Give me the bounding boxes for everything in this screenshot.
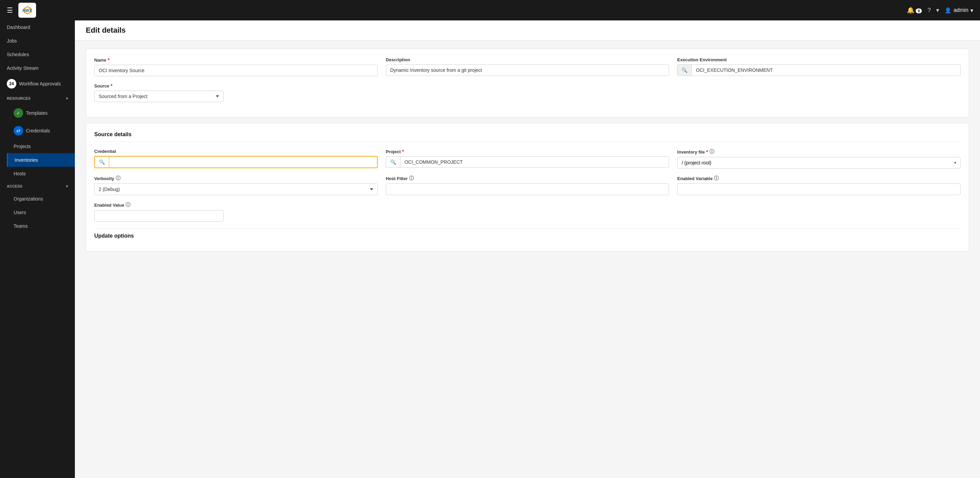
credential-input[interactable] [109,157,377,167]
execution-env-label: Execution Environment [677,57,961,62]
user-avatar-icon: 👤 [945,7,951,14]
execution-env-input[interactable] [692,65,960,76]
form-row-2: Source * Sourced from a Project Amazon E… [94,83,961,102]
sidebar-item-inventories[interactable]: Inventories [7,153,75,167]
workflow-approvals-badge: 24 [7,79,16,89]
verbosity-select[interactable]: 0 (Normal) 1 (Verbose) 2 (Debug) 3 (Debu… [94,183,378,195]
sidebar-item-activity-stream[interactable]: Activity Stream [0,61,75,75]
sidebar-item-projects[interactable]: Projects [7,140,75,153]
credential-label: Credential [94,149,378,154]
inventory-file-help-icon[interactable]: ⓘ [710,149,714,155]
filler-group-2 [600,83,961,102]
name-field-group: Name * [94,57,378,76]
notification-button[interactable]: 🔔 0 [907,6,922,14]
access-chevron-icon: ▾ [66,184,68,189]
project-field-group: Project * 🔍 OCI_COMMON_PROJECT [386,149,669,169]
inventory-file-chevron-icon: ▾ [950,158,960,168]
verbosity-select-wrapper: 0 (Normal) 1 (Verbose) 2 (Debug) 3 (Debu… [94,183,378,195]
sidebar-item-workflow-approvals[interactable]: 24 Workflow Approvals [0,75,75,92]
enabled-value-input[interactable] [94,210,224,221]
update-options-divider: Update options [94,228,961,243]
sidebar-item-dashboard[interactable]: Dashboard [0,21,75,34]
sidebar: Dashboard Jobs Schedules Activity Stream… [0,21,75,478]
sidebar-item-organizations[interactable]: Organizations [7,192,75,206]
enabled-variable-help-icon[interactable]: ⓘ [714,175,719,182]
sidebar-item-jobs[interactable]: Jobs [0,34,75,48]
enabled-variable-input[interactable] [677,183,961,195]
page-title: Edit details [86,26,969,35]
filler-group-4 [600,202,961,221]
basic-details-section: Name * Description Execution Environment [86,49,969,118]
update-options-title: Update options [94,233,961,243]
host-filter-input[interactable] [386,183,669,195]
verbosity-field-group: Verbosity ⓘ 0 (Normal) 1 (Verbose) 2 (De… [94,175,378,195]
source-details-title: Source details [94,131,961,142]
credential-search-button[interactable]: 🔍 [95,157,109,167]
source-details-row-2: Verbosity ⓘ 0 (Normal) 1 (Verbose) 2 (De… [94,175,961,195]
project-required-star: * [402,149,404,154]
top-navigation: ☰ ⬡ AWX 🔔 0 ? ▾ 👤 admin ▾ [0,0,980,21]
credential-field-group: Credential 🔍 [94,149,378,169]
hamburger-menu[interactable]: ☰ [7,6,13,14]
sidebar-resources-sub: ✓ Templates ⇄ Credentials Projects Inven… [0,104,75,180]
credential-input-wrapper: 🔍 [94,156,378,168]
templates-check-icon: ✓ [14,108,23,118]
inventory-file-select-wrapper: / (project root) ▾ [677,157,961,169]
verbosity-label: Verbosity ⓘ [94,175,378,182]
sidebar-item-hosts[interactable]: Hosts [7,167,75,180]
resources-chevron-icon: ▾ [66,96,68,101]
verbosity-help-icon[interactable]: ⓘ [116,175,121,182]
notification-badge: 0 [916,8,922,13]
sidebar-section-access[interactable]: Access ▾ [0,180,75,192]
app-logo[interactable]: ⬡ AWX [18,3,36,18]
host-filter-help-icon[interactable]: ⓘ [409,175,414,182]
access-section-label: Access [7,184,66,188]
source-details-section: Source details Credential 🔍 Project [86,123,969,252]
sidebar-item-schedules[interactable]: Schedules [0,48,75,61]
page-header: Edit details [75,21,980,40]
inventory-file-required-star: * [706,149,708,155]
execution-env-field-group: Execution Environment 🔍 [677,57,961,76]
description-input[interactable] [386,64,669,76]
sidebar-access-sub: Organizations Users Teams [0,192,75,233]
description-label: Description [386,57,669,62]
name-label: Name * [94,57,378,63]
inventory-file-field-group: Inventory file * ⓘ / (project root) ▾ [677,149,961,169]
help-icon[interactable]: ? [927,7,931,14]
help-dropdown-icon[interactable]: ▾ [936,6,939,14]
source-label: Source * [94,83,224,89]
resources-section-label: Resources [7,96,66,100]
host-filter-field-group: Host Filter ⓘ [386,175,669,195]
credentials-swap-icon: ⇄ [14,126,23,135]
name-input[interactable] [94,65,378,76]
topnav-right: 🔔 0 ? ▾ 👤 admin ▾ [907,6,973,14]
source-required-star: * [111,83,112,89]
enabled-variable-label: Enabled Variable ⓘ [677,175,961,182]
source-select-wrapper: Sourced from a Project Amazon EC2 Google… [94,91,224,102]
execution-env-search-button[interactable]: 🔍 [678,65,692,76]
source-select[interactable]: Sourced from a Project Amazon EC2 Google… [94,91,224,102]
project-search-button[interactable]: 🔍 [386,157,401,167]
sidebar-item-credentials[interactable]: ⇄ Credentials [7,122,75,140]
user-menu[interactable]: 👤 admin ▾ [945,7,973,14]
sidebar-item-users[interactable]: Users [7,206,75,219]
enabled-value-help-icon[interactable]: ⓘ [126,202,130,208]
sidebar-item-teams[interactable]: Teams [7,219,75,233]
project-input-wrapper: 🔍 OCI_COMMON_PROJECT [386,156,669,168]
name-required-star: * [108,57,109,63]
form-row-1: Name * Description Execution Environment [94,57,961,76]
source-details-row-3: Enabled Value ⓘ [94,202,961,221]
sidebar-section-resources[interactable]: Resources ▾ [0,92,75,104]
enabled-value-label: Enabled Value ⓘ [94,202,224,208]
host-filter-label: Host Filter ⓘ [386,175,669,182]
main-content: Edit details Name * Description [75,21,980,478]
inventory-file-select[interactable]: / (project root) [678,157,950,168]
execution-env-input-wrapper: 🔍 [677,64,961,76]
sidebar-item-templates[interactable]: ✓ Templates [7,104,75,122]
form-container: Name * Description Execution Environment [75,40,980,265]
enabled-variable-field-group: Enabled Variable ⓘ [677,175,961,195]
filler-group-3 [232,202,592,221]
inventory-file-label: Inventory file * ⓘ [677,149,961,155]
user-dropdown-icon: ▾ [970,7,973,14]
source-details-row-1: Credential 🔍 Project * 🔍 [94,149,961,169]
